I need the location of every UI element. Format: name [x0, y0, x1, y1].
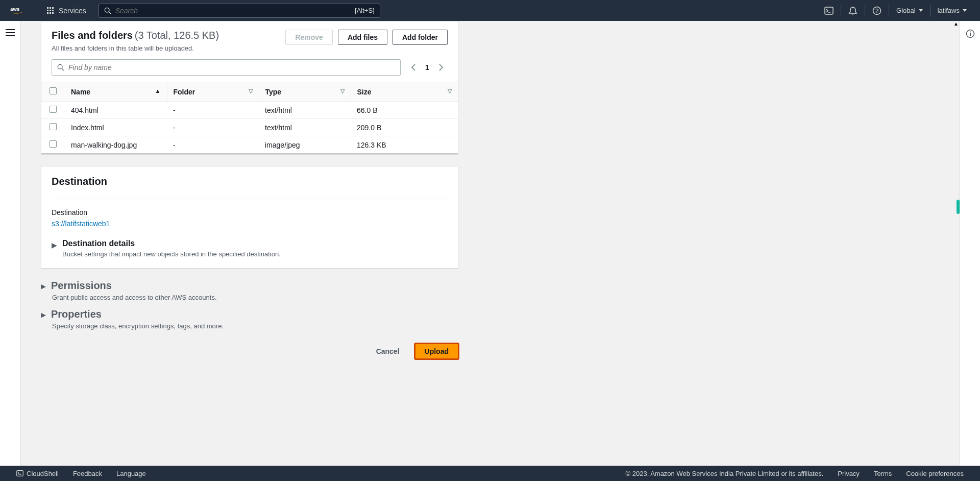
account-menu[interactable]: latifaws — [930, 5, 974, 17]
cell-name: 404.html — [65, 102, 167, 119]
row-checkbox[interactable] — [50, 123, 57, 130]
col-size[interactable]: Size▽ — [351, 82, 458, 102]
permissions-sub: Grant public access and access to other … — [52, 294, 458, 301]
checkbox-all[interactable] — [50, 87, 57, 94]
destination-details-title: Destination details — [62, 239, 281, 248]
destination-label: Destination — [52, 208, 448, 217]
global-search[interactable]: [Alt+S] — [99, 4, 380, 18]
caret-down-icon — [919, 9, 923, 12]
search-icon — [57, 64, 64, 71]
properties-title: Properties — [51, 308, 102, 320]
destination-details-sub: Bucket settings that impact new objects … — [62, 250, 281, 258]
cloudshell-icon[interactable] — [817, 5, 841, 17]
files-title-meta: (3 Total, 126.5 KB) — [135, 30, 219, 41]
user-label: latifaws — [938, 7, 960, 14]
properties-sub: Specify storage class, encryption settin… — [52, 322, 458, 330]
files-table: Name▲ Folder▽ Type▽ Size▽ 404.html - tex… — [41, 82, 458, 154]
region-label: Global — [896, 7, 916, 14]
permissions-title: Permissions — [51, 280, 112, 292]
help-icon[interactable]: ? — [865, 5, 889, 17]
scroll-indicator[interactable] — [957, 200, 960, 214]
svg-rect-6 — [52, 10, 54, 11]
table-row[interactable]: man-walking-dog.jpg - image/jpeg 126.3 K… — [41, 136, 458, 154]
svg-rect-1 — [47, 7, 48, 9]
services-label: Services — [59, 7, 86, 15]
cell-size: 126.3 KB — [351, 136, 458, 154]
destination-link[interactable]: s3://latifstaticweb1 — [52, 220, 110, 228]
cookie-prefs-link[interactable]: Cookie preferences — [899, 470, 971, 477]
feedback-link[interactable]: Feedback — [66, 470, 109, 477]
hamburger-icon[interactable] — [6, 29, 15, 466]
page-number: 1 — [425, 63, 429, 71]
svg-point-23 — [970, 32, 971, 33]
terms-link[interactable]: Terms — [867, 470, 899, 477]
region-selector[interactable]: Global — [889, 5, 930, 17]
col-type[interactable]: Type▽ — [259, 82, 351, 102]
privacy-link[interactable]: Privacy — [830, 470, 867, 477]
services-menu-button[interactable]: Services — [37, 7, 95, 15]
table-row[interactable]: 404.html - text/html 66.0 B — [41, 102, 458, 119]
pager-next-icon[interactable] — [438, 64, 444, 71]
svg-rect-8 — [50, 12, 51, 14]
sort-asc-icon: ▲ — [155, 88, 161, 94]
language-link[interactable]: Language — [109, 470, 153, 477]
svg-point-20 — [58, 64, 62, 69]
caret-down-icon — [963, 9, 967, 12]
svg-rect-3 — [52, 7, 54, 9]
cancel-button[interactable]: Cancel — [368, 343, 408, 359]
permissions-toggle[interactable]: ▶ Permissions — [41, 280, 458, 292]
scroll-up-caret[interactable]: ▲ — [953, 21, 959, 27]
row-checkbox[interactable] — [50, 106, 57, 113]
cell-type: text/html — [259, 102, 351, 119]
svg-rect-2 — [50, 7, 51, 9]
triangle-right-icon: ▶ — [41, 282, 46, 290]
pager-prev-icon[interactable] — [411, 64, 416, 71]
row-checkbox[interactable] — [50, 140, 57, 148]
search-icon — [104, 7, 111, 14]
col-name[interactable]: Name▲ — [65, 82, 167, 102]
filter-input-wrap[interactable] — [52, 59, 401, 76]
files-panel: Files and folders (3 Total, 126.5 KB) Al… — [41, 21, 458, 155]
cloudshell-button[interactable]: CloudShell — [9, 470, 66, 477]
info-icon[interactable] — [966, 29, 975, 466]
copyright-text: © 2023, Amazon Web Services India Privat… — [619, 470, 831, 477]
pagination: 1 — [411, 63, 444, 71]
cell-type: image/jpeg — [259, 136, 351, 154]
cell-size: 66.0 B — [351, 102, 458, 119]
svg-point-14 — [852, 14, 853, 15]
triangle-right-icon: ▶ — [41, 311, 46, 319]
files-title: Files and folders — [52, 30, 133, 41]
svg-line-11 — [109, 12, 111, 14]
col-folder[interactable]: Folder▽ — [167, 82, 259, 102]
col-checkbox[interactable] — [41, 82, 65, 102]
sort-icon: ▽ — [340, 88, 345, 94]
svg-text:?: ? — [875, 8, 878, 14]
svg-rect-24 — [970, 33, 971, 36]
remove-button[interactable]: Remove — [285, 30, 332, 45]
sort-icon: ▽ — [249, 88, 253, 94]
search-shortcut: [Alt+S] — [355, 7, 375, 14]
svg-rect-12 — [825, 7, 833, 14]
cell-size: 209.0 B — [351, 119, 458, 136]
permissions-section: ▶ Permissions Grant public access and ac… — [41, 280, 458, 301]
files-subtitle: All files and folders in this table will… — [52, 44, 285, 52]
destination-details-toggle[interactable]: ▶ Destination details Bucket settings th… — [52, 239, 448, 258]
properties-toggle[interactable]: ▶ Properties — [41, 308, 458, 320]
svg-rect-4 — [47, 10, 48, 11]
main-content: ▲ Files and folders (3 Total, 126.5 KB) … — [20, 21, 960, 466]
search-input[interactable] — [115, 7, 355, 15]
svg-text:aws: aws — [10, 6, 19, 12]
add-files-button[interactable]: Add files — [338, 30, 387, 45]
footer-actions: Cancel Upload — [41, 337, 458, 366]
notifications-icon[interactable] — [841, 5, 865, 17]
table-row[interactable]: Index.html - text/html 209.0 B — [41, 119, 458, 136]
add-folder-button[interactable]: Add folder — [393, 30, 448, 45]
svg-rect-9 — [52, 12, 54, 14]
aws-logo[interactable]: aws — [10, 5, 37, 17]
cell-name: Index.html — [65, 119, 167, 136]
cell-name: man-walking-dog.jpg — [65, 136, 167, 154]
filter-input[interactable] — [64, 63, 395, 71]
upload-button[interactable]: Upload — [415, 344, 458, 359]
svg-line-21 — [62, 68, 64, 70]
svg-rect-25 — [17, 471, 23, 476]
